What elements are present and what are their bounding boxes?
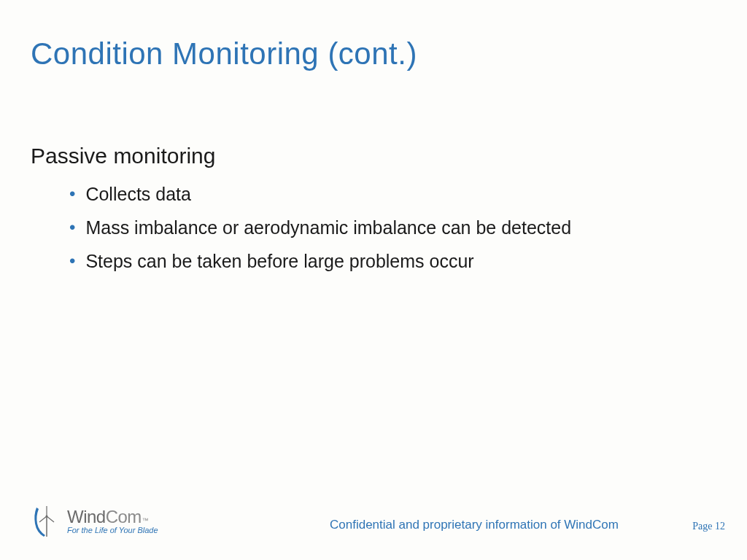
logo-wind-text: Wind: [67, 507, 106, 527]
logo-trademark: ™: [142, 517, 149, 524]
bullet-text: Steps can be taken before large problems…: [85, 249, 473, 273]
svg-line-2: [47, 516, 54, 522]
slide-title: Condition Monitoring (cont.): [31, 36, 417, 71]
footer-page-number: Page 12: [692, 521, 725, 532]
footer-confidential: Confidential and proprietary information…: [330, 518, 619, 532]
logo-name: WindCom™: [67, 507, 158, 527]
logo-com-text: Com: [106, 507, 142, 527]
svg-line-3: [39, 516, 47, 522]
bullet-list: • Collects data • Mass imbalance or aero…: [69, 182, 703, 283]
logo-tagline: For the Life of Your Blade: [67, 526, 158, 534]
svg-point-4: [46, 516, 48, 518]
bullet-text: Collects data: [85, 182, 191, 206]
bullet-icon: •: [69, 182, 75, 206]
list-item: • Steps can be taken before large proble…: [69, 249, 703, 273]
section-heading: Passive monitoring: [31, 144, 215, 168]
windcom-logo-icon: [31, 502, 61, 540]
bullet-icon: •: [69, 249, 75, 273]
list-item: • Collects data: [69, 182, 703, 206]
bullet-icon: •: [69, 216, 75, 239]
list-item: • Mass imbalance or aerodynamic imbalanc…: [69, 216, 703, 239]
logo: WindCom™ For the Life of Your Blade: [31, 502, 158, 540]
bullet-text: Mass imbalance or aerodynamic imbalance …: [85, 216, 571, 239]
logo-text-group: WindCom™ For the Life of Your Blade: [67, 507, 158, 534]
